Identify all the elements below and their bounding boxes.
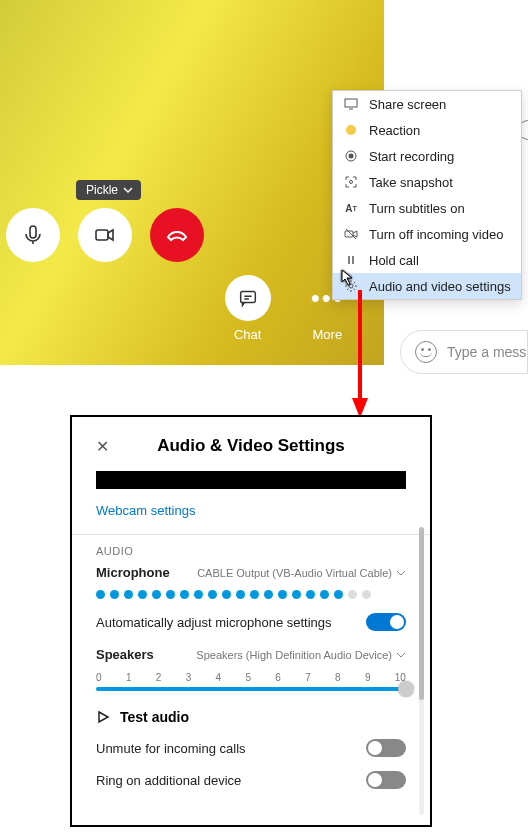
menu-item-label: Audio and video settings bbox=[369, 279, 511, 294]
unmute-toggle[interactable] bbox=[366, 739, 406, 757]
close-button[interactable]: ✕ bbox=[96, 437, 109, 456]
auto-adjust-toggle[interactable] bbox=[366, 613, 406, 631]
auto-adjust-label: Automatically adjust microphone settings bbox=[96, 615, 332, 630]
menu-share-screen[interactable]: Share screen bbox=[333, 91, 521, 117]
unmute-label: Unmute for incoming calls bbox=[96, 741, 246, 756]
mute-button[interactable] bbox=[6, 208, 60, 262]
secondary-controls: Chat ••• More bbox=[0, 275, 384, 342]
test-audio-button[interactable]: Test audio bbox=[96, 709, 406, 725]
play-icon bbox=[96, 710, 110, 724]
scrollbar-thumb[interactable] bbox=[419, 527, 424, 700]
participant-name-label: Pickle bbox=[86, 183, 118, 197]
share-screen-icon bbox=[343, 96, 359, 112]
microphone-device-value: CABLE Output (VB-Audio Virtual Cable) bbox=[197, 567, 392, 579]
settings-title: Audio & Video Settings bbox=[96, 436, 406, 456]
test-audio-label: Test audio bbox=[120, 709, 189, 725]
menu-item-label: Share screen bbox=[369, 97, 446, 112]
chat-icon bbox=[237, 287, 259, 309]
menu-reaction[interactable]: Reaction bbox=[333, 117, 521, 143]
svg-point-6 bbox=[350, 181, 353, 184]
divider bbox=[72, 534, 430, 535]
chat-button[interactable]: Chat bbox=[225, 275, 271, 342]
menu-item-label: Hold call bbox=[369, 253, 419, 268]
svg-point-5 bbox=[349, 154, 354, 159]
menu-video-off[interactable]: Turn off incoming video bbox=[333, 221, 521, 247]
menu-take-snapshot[interactable]: Take snapshot bbox=[333, 169, 521, 195]
hold-icon bbox=[343, 252, 359, 268]
speakers-device-dropdown[interactable]: Speakers (High Definition Audio Device) bbox=[196, 649, 406, 661]
subtitles-icon: AT bbox=[343, 200, 359, 216]
record-icon bbox=[343, 148, 359, 164]
speaker-volume-slider[interactable]: 012345678910 bbox=[96, 672, 406, 691]
participant-name-tag[interactable]: Pickle bbox=[76, 180, 141, 200]
slider-thumb[interactable] bbox=[398, 681, 414, 697]
chevron-down-icon bbox=[396, 650, 406, 660]
speakers-device-value: Speakers (High Definition Audio Device) bbox=[196, 649, 392, 661]
video-off-icon bbox=[343, 226, 359, 242]
microphone-label: Microphone bbox=[96, 565, 170, 580]
microphone-device-dropdown[interactable]: CABLE Output (VB-Audio Virtual Cable) bbox=[197, 567, 406, 579]
chevron-down-icon bbox=[123, 185, 133, 195]
chevron-down-icon bbox=[396, 568, 406, 578]
speakers-label: Speakers bbox=[96, 647, 154, 662]
snapshot-icon bbox=[343, 174, 359, 190]
microphone-icon bbox=[21, 223, 45, 247]
call-area: Pickle Chat bbox=[0, 0, 528, 365]
webcam-preview bbox=[96, 471, 406, 489]
menu-item-label: Turn subtitles on bbox=[369, 201, 465, 216]
camera-icon bbox=[93, 223, 117, 247]
reaction-icon bbox=[343, 122, 359, 138]
message-placeholder: Type a mess bbox=[447, 344, 526, 360]
ring-label: Ring on additional device bbox=[96, 773, 241, 788]
end-call-button[interactable] bbox=[150, 208, 204, 262]
more-label: More bbox=[313, 327, 343, 342]
audio-section-label: AUDIO bbox=[96, 545, 406, 557]
video-button[interactable] bbox=[78, 208, 132, 262]
webcam-settings-link[interactable]: Webcam settings bbox=[96, 503, 406, 518]
svg-rect-0 bbox=[30, 226, 36, 238]
chat-label: Chat bbox=[234, 327, 261, 342]
menu-item-label: Start recording bbox=[369, 149, 454, 164]
mouse-cursor-icon bbox=[340, 268, 358, 286]
menu-hold-call[interactable]: Hold call bbox=[333, 247, 521, 273]
mic-level-meter bbox=[96, 590, 406, 599]
menu-item-label: Reaction bbox=[369, 123, 420, 138]
svg-rect-3 bbox=[345, 99, 357, 107]
emoji-icon[interactable] bbox=[415, 341, 437, 363]
message-input[interactable]: Type a mess bbox=[400, 330, 528, 374]
hangup-icon bbox=[165, 223, 189, 247]
menu-item-label: Take snapshot bbox=[369, 175, 453, 190]
settings-scrollbar[interactable] bbox=[419, 527, 424, 815]
svg-rect-1 bbox=[96, 230, 108, 240]
call-controls bbox=[0, 208, 204, 262]
more-context-menu: Share screen Reaction Start recording Ta… bbox=[332, 90, 522, 300]
menu-start-recording[interactable]: Start recording bbox=[333, 143, 521, 169]
annotation-arrow bbox=[350, 290, 370, 420]
av-settings-panel: ✕ Audio & Video Settings Webcam settings… bbox=[70, 415, 432, 827]
menu-item-label: Turn off incoming video bbox=[369, 227, 503, 242]
ring-toggle[interactable] bbox=[366, 771, 406, 789]
menu-subtitles[interactable]: AT Turn subtitles on bbox=[333, 195, 521, 221]
svg-rect-2 bbox=[240, 292, 255, 303]
